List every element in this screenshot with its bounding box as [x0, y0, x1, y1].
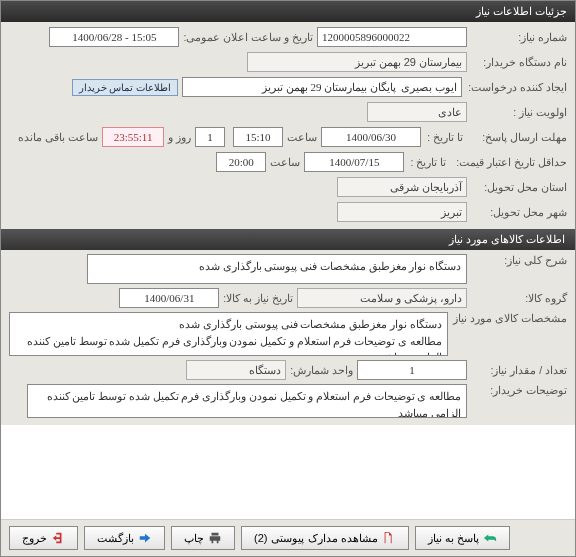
spec-label: مشخصات کالای مورد نیاز — [448, 312, 567, 326]
group-label: گروه کالا: — [467, 292, 567, 304]
attachments-label: مشاهده مدارک پیوستی — [271, 532, 377, 545]
row-desc: شرح کلی نیاز: — [9, 254, 567, 284]
need-number-input[interactable] — [317, 27, 467, 47]
need-date-input[interactable] — [119, 288, 219, 308]
days-input[interactable] — [195, 127, 225, 147]
reply-icon — [483, 531, 497, 545]
remaining-label: ساعت باقی مانده — [14, 131, 102, 143]
footer-bar: پاسخ به نیاز مشاهده مدارک پیوستی (2) چاپ… — [1, 519, 575, 556]
deadline-label: مهلت ارسال پاسخ: — [467, 131, 567, 143]
deadline-date-input[interactable] — [321, 127, 421, 147]
row-province: استان محل تحویل: آذربایجان شرقی — [9, 176, 567, 198]
row-priority: اولویت نیاز : عادی — [9, 101, 567, 123]
row-buyer: نام دستگاه خریدار: بیمارستان 29 بهمن تبر… — [9, 51, 567, 73]
row-group: گروه کالا: دارو، پزشکی و سلامت تاریخ نیا… — [9, 287, 567, 309]
time-label-2: ساعت — [266, 156, 304, 168]
exit-label: خروج — [22, 532, 47, 545]
spec-textarea[interactable] — [9, 312, 448, 356]
province-value: آذربایجان شرقی — [337, 177, 467, 197]
content-area: شماره نیاز: تاریخ و ساعت اعلان عمومی: نا… — [1, 22, 575, 425]
reply-button[interactable]: پاسخ به نیاز — [415, 526, 510, 550]
attachments-button[interactable]: مشاهده مدارک پیوستی (2) — [241, 526, 409, 550]
title-bar: جزئیات اطلاعات نیاز — [1, 1, 575, 22]
buyer-value: بیمارستان 29 بهمن تبریز — [247, 52, 467, 72]
exit-icon — [51, 531, 65, 545]
priority-value: عادی — [367, 102, 467, 122]
window-title: جزئیات اطلاعات نیاز — [476, 5, 567, 17]
back-icon — [138, 531, 152, 545]
announce-label: تاریخ و ساعت اعلان عمومی: — [179, 31, 317, 43]
print-button[interactable]: چاپ — [171, 526, 235, 550]
desc-label: شرح کلی نیاز: — [467, 254, 567, 266]
back-button[interactable]: بازگشت — [84, 526, 165, 550]
need-number-label: شماره نیاز: — [467, 31, 567, 43]
deadline-time-input[interactable] — [233, 127, 283, 147]
print-label: چاپ — [184, 532, 204, 545]
attachments-count: (2) — [254, 532, 267, 544]
row-city: شهر محل تحویل: تبریز — [9, 201, 567, 223]
unit-label: واحد شمارش: — [286, 364, 357, 376]
back-label: بازگشت — [97, 532, 134, 545]
time-label-1: ساعت — [283, 131, 321, 143]
to-date-label: تا تاریخ : — [421, 131, 467, 143]
desc-textarea[interactable] — [87, 254, 467, 284]
attachment-icon — [382, 531, 396, 545]
buyer-notes-textarea[interactable] — [27, 384, 467, 418]
requester-label: ایجاد کننده درخواست: — [462, 81, 567, 93]
qty-input[interactable] — [357, 360, 467, 380]
validity-label: حداقل تاریخ اعتبار قیمت: — [450, 156, 567, 169]
buyer-notes-label: توضیحات خریدار: — [467, 384, 567, 396]
row-requester: ایجاد کننده درخواست: اطلاعات تماس خریدار — [9, 76, 567, 98]
buyer-label: نام دستگاه خریدار: — [467, 56, 567, 68]
requester-input[interactable] — [182, 77, 462, 97]
row-buyer-notes: توضیحات خریدار: — [9, 384, 567, 418]
contact-buyer-button[interactable]: اطلاعات تماس خریدار — [72, 79, 179, 96]
row-validity: حداقل تاریخ اعتبار قیمت: تا تاریخ : ساعت — [9, 151, 567, 173]
city-label: شهر محل تحویل: — [467, 206, 567, 218]
days-label: روز و — [164, 131, 195, 143]
qty-label: تعداد / مقدار نیاز: — [467, 364, 567, 376]
need-date-label: تاریخ نیاز به کالا: — [219, 292, 297, 304]
window: جزئیات اطلاعات نیاز شماره نیاز: تاریخ و … — [0, 0, 576, 557]
validity-time-input[interactable] — [216, 152, 266, 172]
row-spec: مشخصات کالای مورد نیاز — [9, 312, 567, 356]
row-need-number: شماره نیاز: تاریخ و ساعت اعلان عمومی: — [9, 26, 567, 48]
province-label: استان محل تحویل: — [467, 181, 567, 193]
priority-label: اولویت نیاز : — [467, 106, 567, 118]
exit-button[interactable]: خروج — [9, 526, 78, 550]
reply-label: پاسخ به نیاز — [428, 532, 479, 545]
row-qty: تعداد / مقدار نیاز: واحد شمارش: دستگاه — [9, 359, 567, 381]
unit-value: دستگاه — [186, 360, 286, 380]
row-deadline: مهلت ارسال پاسخ: تا تاریخ : ساعت روز و س… — [9, 126, 567, 148]
group-value: دارو، پزشکی و سلامت — [297, 288, 467, 308]
remaining-time-input — [102, 127, 164, 147]
city-value: تبریز — [337, 202, 467, 222]
validity-date-input[interactable] — [304, 152, 404, 172]
announce-input[interactable] — [49, 27, 179, 47]
to-date-label-2: تا تاریخ : — [404, 156, 450, 168]
print-icon — [208, 531, 222, 545]
section-goods-header: اطلاعات کالاهای مورد نیاز — [1, 229, 575, 250]
